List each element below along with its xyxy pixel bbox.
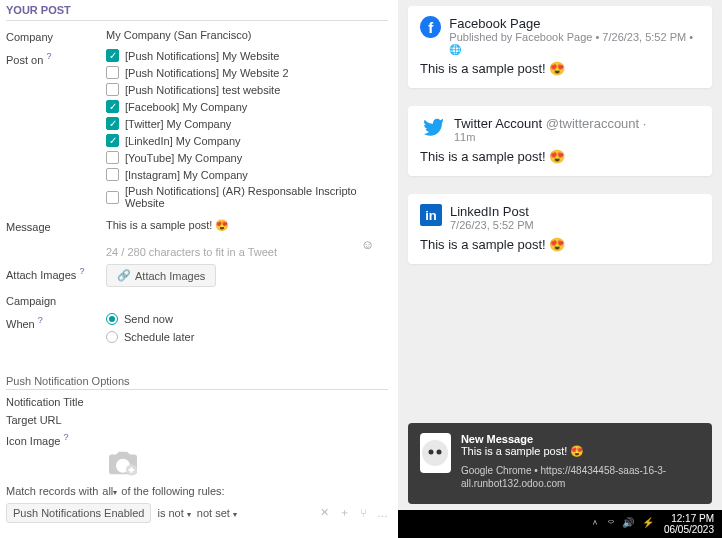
delete-rule-icon[interactable]: ✕ [320, 506, 329, 519]
rule-field-select[interactable]: Push Notifications Enabled [6, 503, 151, 523]
bot-avatar-icon [420, 438, 450, 468]
facebook-title: Facebook Page [449, 16, 700, 31]
tray-chevron-icon[interactable]: ＾ [590, 517, 600, 531]
message-text[interactable]: This is a sample post! 😍 [106, 219, 229, 231]
attach-images-button[interactable]: 🔗Attach Images [106, 264, 216, 287]
channel-row[interactable]: ✓[Facebook] My Company [106, 100, 388, 113]
match-mode-select[interactable]: all▾ [102, 485, 117, 497]
company-value[interactable]: My Company (San Francisco) [106, 29, 388, 43]
when-label: When ? [6, 313, 106, 349]
twitter-title: Twitter Account @twitteraccount · [454, 116, 646, 131]
company-label: Company [6, 29, 106, 43]
post-on-label: Post on ? [6, 49, 106, 213]
match-records-row: Match records with all▾ of the following… [6, 485, 388, 497]
linkedin-icon: in [420, 204, 442, 226]
message-label: Message [6, 219, 106, 258]
twitter-icon [420, 116, 446, 138]
notification-avatar [420, 433, 451, 473]
checkbox-icon[interactable] [106, 151, 119, 164]
push-section-title: Push Notification Options [6, 375, 388, 390]
channel-row[interactable]: [YouTube] My Company [106, 151, 388, 164]
filter-rule-row: Push Notifications Enabled is not ▾ not … [6, 503, 388, 523]
attach-images-label: Attach Images ? [6, 264, 106, 287]
globe-icon: 🌐 [449, 44, 461, 55]
svg-point-3 [437, 450, 442, 455]
chevron-down-icon: ▾ [113, 488, 117, 497]
checkbox-icon[interactable]: ✓ [106, 100, 119, 113]
wifi-icon[interactable]: ⌔ [608, 517, 614, 531]
branch-rule-icon[interactable]: ⑂ [360, 507, 367, 519]
checkbox-icon[interactable] [106, 66, 119, 79]
channel-row[interactable]: [Push Notifications] test website [106, 83, 388, 96]
section-title: YOUR POST [6, 4, 388, 21]
checkbox-icon[interactable] [106, 191, 119, 204]
message-box[interactable]: This is a sample post! 😍 ☺ 24 / 280 char… [106, 219, 388, 258]
camera-plus-icon [106, 449, 140, 477]
post-on-channels: ✓[Push Notifications] My Website [Push N… [106, 49, 388, 213]
linkedin-preview-card: in LinkedIn Post 7/26/23, 5:52 PM This i… [408, 194, 712, 264]
linkedin-body: This is a sample post! 😍 [420, 237, 700, 252]
rule-operator-select[interactable]: is not ▾ [157, 507, 190, 519]
svg-point-1 [422, 440, 448, 466]
campaign-label: Campaign [6, 293, 106, 307]
rule-value-select[interactable]: not set ▾ [197, 507, 237, 519]
facebook-preview-card: f Facebook Page Published by Facebook Pa… [408, 6, 712, 88]
when-schedule-later[interactable]: Schedule later [106, 331, 388, 343]
notification-title: New Message [461, 433, 700, 445]
channel-row[interactable]: [Instagram] My Company [106, 168, 388, 181]
battery-icon[interactable]: ⚡ [642, 517, 654, 531]
notification-title-label[interactable]: Notification Title [6, 396, 388, 408]
emoji-picker-icon[interactable]: ☺ [361, 237, 374, 252]
channel-row[interactable]: ✓[LinkedIn] My Company [106, 134, 388, 147]
icon-image-upload[interactable] [106, 449, 388, 477]
facebook-body: This is a sample post! 😍 [420, 61, 700, 76]
chevron-down-icon: ▾ [233, 510, 237, 519]
notification-source: Google Chrome • https://48434458-saas-16… [461, 464, 700, 490]
more-rule-icon[interactable]: … [377, 507, 388, 519]
taskbar: ＾ ⌔ 🔊 ⚡ 12:17 PM 06/05/2023 [398, 510, 722, 538]
char-count: 24 / 280 characters to fit in a Tweet [106, 246, 388, 258]
checkbox-icon[interactable] [106, 83, 119, 96]
target-url-label[interactable]: Target URL [6, 414, 388, 426]
add-rule-icon[interactable]: ＋ [339, 505, 350, 520]
chevron-down-icon: ▾ [187, 510, 191, 519]
facebook-subtitle: Published by Facebook Page • 7/26/23, 5:… [449, 31, 700, 55]
twitter-time: 11m [454, 131, 646, 143]
volume-icon[interactable]: 🔊 [622, 517, 634, 531]
linkedin-title: LinkedIn Post [450, 204, 534, 219]
twitter-preview-card: Twitter Account @twitteraccount · 11m Th… [408, 106, 712, 176]
channel-row[interactable]: [Push Notifications] My Website 2 [106, 66, 388, 79]
icon-image-label: Icon Image ? [6, 432, 388, 447]
taskbar-clock[interactable]: 12:17 PM 06/05/2023 [664, 513, 714, 535]
form-panel: YOUR POST Company My Company (San Franci… [0, 0, 398, 538]
when-send-now[interactable]: Send now [106, 313, 388, 325]
campaign-value[interactable] [106, 293, 388, 307]
radio-icon[interactable] [106, 313, 118, 325]
notification-body: This is a sample post! 😍 [461, 445, 700, 458]
checkbox-icon[interactable]: ✓ [106, 117, 119, 130]
checkbox-icon[interactable] [106, 168, 119, 181]
facebook-icon: f [420, 16, 441, 38]
checkbox-icon[interactable]: ✓ [106, 49, 119, 62]
linkedin-subtitle: 7/26/23, 5:52 PM [450, 219, 534, 231]
svg-point-2 [429, 450, 434, 455]
twitter-body: This is a sample post! 😍 [420, 149, 700, 164]
preview-panel: f Facebook Page Published by Facebook Pa… [398, 0, 722, 538]
channel-row[interactable]: ✓[Push Notifications] My Website [106, 49, 388, 62]
push-notification-preview: New Message This is a sample post! 😍 Goo… [408, 423, 712, 504]
radio-icon[interactable] [106, 331, 118, 343]
channel-row[interactable]: [Push Notifications] (AR) Responsable In… [106, 185, 388, 209]
paperclip-icon: 🔗 [117, 269, 131, 282]
channel-row[interactable]: ✓[Twitter] My Company [106, 117, 388, 130]
checkbox-icon[interactable]: ✓ [106, 134, 119, 147]
